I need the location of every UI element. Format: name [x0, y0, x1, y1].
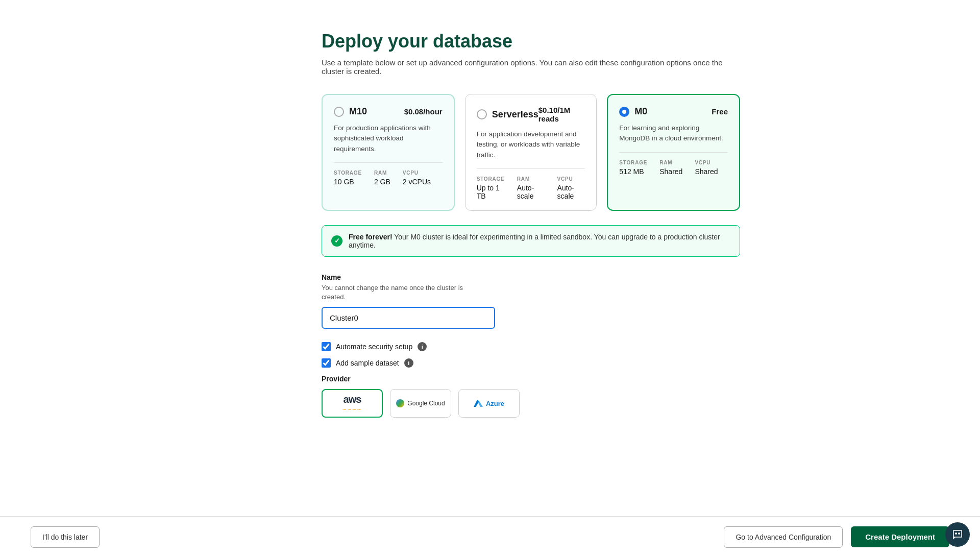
spec-label-m10-storage: STORAGE	[334, 170, 362, 176]
provider-card-azure[interactable]: Azure	[458, 389, 520, 418]
tier-name-m0: M0	[634, 106, 647, 117]
spec-label-sl-storage: STORAGE	[477, 176, 505, 182]
page-subtitle: Use a template below or set up advanced …	[322, 58, 740, 76]
footer-bar: I'll do this later Go to Advanced Config…	[0, 516, 980, 557]
tier-divider-m10	[334, 162, 443, 163]
svg-point-3	[955, 532, 957, 535]
tier-name-m10: M10	[349, 106, 367, 117]
gcloud-label: Google Cloud	[407, 400, 445, 407]
tier-card-header-m10: M10 $0.08/hour	[334, 106, 443, 117]
free-banner-text: Free forever! Your M0 cluster is ideal f…	[349, 233, 730, 249]
azure-label: Azure	[486, 400, 504, 407]
do-this-later-button[interactable]: I'll do this later	[31, 526, 100, 548]
free-banner-bold: Free forever!	[349, 233, 393, 241]
spec-label-m0-vcpu: vCPU	[695, 160, 718, 165]
sample-dataset-label: Add sample dataset	[336, 359, 399, 367]
aws-logo-text: aws	[344, 394, 361, 404]
advanced-config-button[interactable]: Go to Advanced Configuration	[724, 526, 843, 548]
automate-security-label: Automate security setup	[336, 343, 412, 351]
sample-dataset-row: Add sample dataset i	[322, 358, 740, 368]
tier-desc-m10: For production applications with sophist…	[334, 123, 443, 154]
check-circle-icon: ✓	[331, 235, 342, 247]
tier-price-m10: $0.08/hour	[404, 107, 443, 116]
cluster-name-input[interactable]	[322, 307, 495, 329]
name-field-hint: You cannot change the name once the clus…	[322, 283, 740, 302]
name-field-label: Name	[322, 273, 740, 281]
spec-label-sl-ram: RAM	[517, 176, 545, 182]
tier-card-header-m0: M0 Free	[619, 106, 728, 117]
spec-label-m10-vcpu: vCPU	[403, 170, 431, 176]
tier-divider-serverless	[477, 168, 585, 169]
sample-dataset-info-icon[interactable]: i	[404, 358, 413, 368]
tier-desc-serverless: For application development and testing,…	[477, 129, 585, 160]
azure-icon	[474, 399, 483, 408]
aws-smile-icon: ~~~~	[342, 405, 362, 413]
provider-card-gcloud[interactable]: Google Cloud	[390, 389, 451, 418]
automate-security-checkbox[interactable]	[322, 342, 331, 351]
spec-value-sl-storage: Up to 1 TB	[477, 184, 505, 200]
spec-label-m10-ram: RAM	[374, 170, 390, 176]
radio-m0[interactable]	[619, 107, 629, 117]
spec-label-m0-ram: RAM	[659, 160, 682, 165]
tier-price-m0: Free	[712, 107, 728, 116]
svg-point-4	[958, 532, 960, 535]
tier-divider-m0	[619, 152, 728, 153]
tier-desc-m0: For learning and exploring MongoDB in a …	[619, 123, 728, 144]
main-content: Deploy your database Use a template belo…	[219, 0, 761, 479]
svg-marker-1	[474, 400, 479, 407]
page-title: Deploy your database	[322, 31, 740, 52]
svg-point-0	[396, 399, 404, 407]
chat-fab-button[interactable]	[945, 522, 970, 547]
create-deployment-button[interactable]: Create Deployment	[851, 526, 949, 547]
name-section: Name You cannot change the name once the…	[322, 273, 740, 329]
tier-specs-m0: STORAGE 512 MB RAM Shared vCPU Shared	[619, 160, 728, 176]
free-banner-message: Your M0 cluster is ideal for experimenti…	[349, 233, 720, 249]
spec-value-m10-storage: 10 GB	[334, 178, 362, 186]
provider-label: Provider	[322, 375, 740, 383]
tier-card-m0[interactable]: M0 Free For learning and exploring Mongo…	[607, 94, 740, 211]
chat-icon	[951, 528, 964, 541]
radio-m10[interactable]	[334, 107, 344, 117]
tier-card-m10[interactable]: M10 $0.08/hour For production applicatio…	[322, 94, 455, 211]
tier-specs-serverless: STORAGE Up to 1 TB RAM Auto-scale vCPU A…	[477, 176, 585, 200]
spec-value-m0-storage: 512 MB	[619, 167, 647, 176]
tier-price-serverless: $0.10/1M reads	[538, 106, 585, 123]
provider-cards: aws ~~~~	[322, 389, 740, 418]
spec-value-m0-ram: Shared	[659, 167, 682, 176]
spec-value-m10-ram: 2 GB	[374, 178, 390, 186]
svg-marker-2	[478, 401, 483, 407]
spec-value-m10-vcpu: 2 vCPUs	[403, 178, 431, 186]
spec-value-sl-ram: Auto-scale	[517, 184, 545, 200]
spec-label-m0-storage: STORAGE	[619, 160, 647, 165]
tier-name-serverless: Serverless	[492, 109, 538, 120]
automate-security-info-icon[interactable]: i	[418, 342, 427, 351]
google-cloud-icon	[396, 399, 404, 407]
spec-value-m0-vcpu: Shared	[695, 167, 718, 176]
tier-specs-m10: STORAGE 10 GB RAM 2 GB vCPU 2 vCPUs	[334, 170, 443, 186]
provider-card-aws[interactable]: aws ~~~~	[322, 389, 383, 418]
tier-cards: M10 $0.08/hour For production applicatio…	[322, 94, 740, 211]
radio-serverless[interactable]	[477, 109, 487, 119]
automate-security-row: Automate security setup i	[322, 342, 740, 351]
tier-card-header-serverless: Serverless $0.10/1M reads	[477, 106, 585, 123]
sample-dataset-checkbox[interactable]	[322, 358, 331, 368]
free-forever-banner: ✓ Free forever! Your M0 cluster is ideal…	[322, 225, 740, 257]
provider-section: Provider aws ~~~~	[322, 375, 740, 418]
tier-card-serverless[interactable]: Serverless $0.10/1M reads For applicatio…	[465, 94, 597, 211]
spec-value-sl-vcpu: Auto-scale	[557, 184, 585, 200]
spec-label-sl-vcpu: vCPU	[557, 176, 585, 182]
